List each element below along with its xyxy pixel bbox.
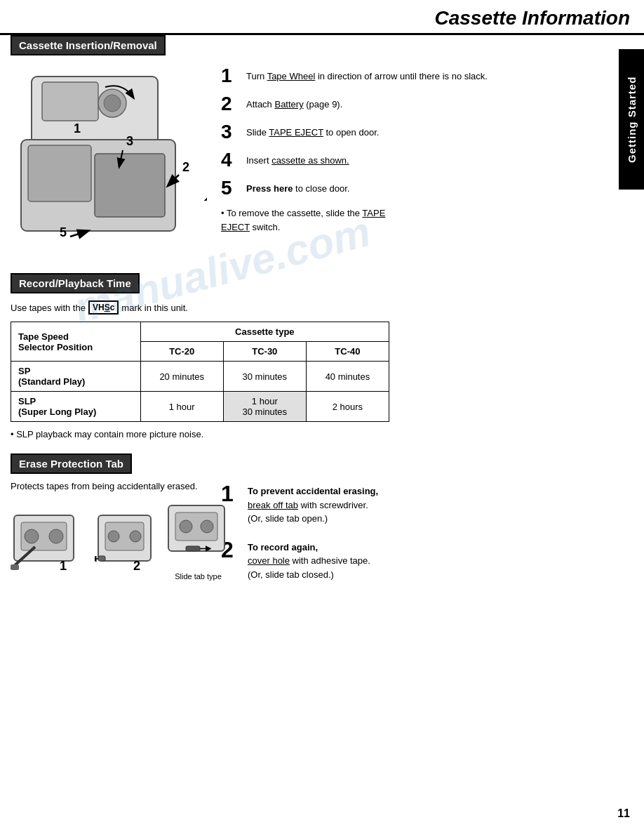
erase-description: Protects tapes from being accidentally e… xyxy=(11,481,207,491)
svg-point-26 xyxy=(130,531,141,542)
slp-row: SLP(Super Long Play) 1 hour 1 hour30 min… xyxy=(11,392,389,422)
erase-step-2: 2 To record again, cover hole with adhes… xyxy=(221,537,608,582)
slp-label: SLP(Super Long Play) xyxy=(11,392,141,422)
svg-text:2: 2 xyxy=(182,160,189,174)
record-playback-section: Record/Playback Time Use tapes with the … xyxy=(11,273,608,439)
svg-rect-27 xyxy=(98,556,105,561)
col-tc20: TC-20 xyxy=(140,342,223,362)
record-playback-header: Record/Playback Time xyxy=(11,273,140,293)
slp-tc30: 1 hour30 minutes xyxy=(223,392,306,422)
erase-img-3: Slide tab type xyxy=(165,498,232,581)
svg-text:1: 1 xyxy=(60,559,67,573)
col-tc40: TC-40 xyxy=(306,342,389,362)
svg-rect-6 xyxy=(28,145,91,201)
erase-protection-section: Erase Protection Tab Protects tapes from… xyxy=(11,454,608,590)
cassette-diagram-svg: 1 3 2 xyxy=(11,62,207,259)
erase-svg-3 xyxy=(165,498,232,569)
page-number: 11 xyxy=(617,807,630,820)
sp-label: SP(Standard Play) xyxy=(11,362,141,392)
sp-tc20: 20 minutes xyxy=(140,362,223,392)
erase-svg-1: 1 xyxy=(11,508,88,578)
sp-row: SP(Standard Play) 20 minutes 30 minutes … xyxy=(11,362,389,392)
erase-images: 1 2 xyxy=(11,498,207,581)
step-1: 1 Turn Tape Wheel in direction of arrow … xyxy=(221,66,608,86)
battery-underline: Battery xyxy=(274,99,303,110)
step-2: 2 Attach Battery (page 9). xyxy=(221,94,608,114)
side-tab: Getting Started xyxy=(619,49,644,190)
erase-content: Protects tapes from being accidentally e… xyxy=(11,481,608,590)
vhsc-intro: Use tapes with the VHSc mark in this uni… xyxy=(11,300,188,315)
svg-point-3 xyxy=(104,95,121,112)
remove-cassette-note: • To remove the cassette, slide the TAPE… xyxy=(221,206,608,234)
tape-eject-switch-underline: TAPEEJECT xyxy=(221,208,385,232)
erase-left: Protects tapes from being accidentally e… xyxy=(11,481,207,590)
svg-text:3: 3 xyxy=(126,134,133,148)
step-4-text: Insert cassette as shown. xyxy=(246,150,349,168)
erase-step-1: 1 To prevent accidental erasing, break o… xyxy=(221,481,608,526)
svg-point-18 xyxy=(25,529,39,543)
erase-img-2: 2 xyxy=(95,508,158,581)
step-3: 3 Slide TAPE EJECT to open door. xyxy=(221,122,608,142)
svg-point-31 xyxy=(180,520,192,533)
step-3-number: 3 xyxy=(221,122,241,142)
cassette-underline: cassette as shown. xyxy=(271,155,349,166)
step-1-number: 1 xyxy=(221,66,241,86)
svg-point-32 xyxy=(201,520,213,533)
step-2-text: Attach Battery (page 9). xyxy=(246,94,342,112)
step-5-text: Press here to close door. xyxy=(246,178,349,196)
cassette-steps: 1 Turn Tape Wheel in direction of arrow … xyxy=(221,62,608,259)
svg-rect-21 xyxy=(11,564,19,570)
tape-wheel-underline: Tape Wheel xyxy=(267,71,316,81)
erase-protection-header: Erase Protection Tab xyxy=(11,454,132,474)
vhsc-mark-text: mark in this unit. xyxy=(121,303,188,313)
erase-right: 1 To prevent accidental erasing, break o… xyxy=(221,481,608,590)
slide-tab-label: Slide tab type xyxy=(165,572,232,581)
erase-img-1: 1 xyxy=(11,508,88,581)
slp-tc20: 1 hour xyxy=(140,392,223,422)
step-2-number: 2 xyxy=(221,94,241,114)
svg-point-19 xyxy=(49,529,63,543)
sp-tc40: 40 minutes xyxy=(306,362,389,392)
svg-point-25 xyxy=(108,531,119,542)
erase-svg-2: 2 xyxy=(95,508,158,578)
svg-rect-33 xyxy=(186,546,200,551)
step-1-text: Turn Tape Wheel in direction of arrow un… xyxy=(246,66,488,84)
cassette-insertion-section: Cassette Insertion/Removal 1 xyxy=(11,35,608,259)
cassette-insertion-header: Cassette Insertion/Removal xyxy=(11,35,166,55)
svg-text:2: 2 xyxy=(133,559,140,573)
slp-note: • SLP playback may contain more picture … xyxy=(11,429,608,439)
svg-rect-7 xyxy=(95,154,165,217)
sp-tc30: 30 minutes xyxy=(223,362,306,392)
erase-step-1-text: To prevent accidental erasing, break off… xyxy=(248,481,378,526)
cassette-diagram-area: 1 3 2 xyxy=(11,62,207,259)
cassette-type-header: Cassette type xyxy=(140,322,389,342)
step-4-number: 4 xyxy=(221,150,241,170)
erase-step-2-text: To record again, cover hole with adhesiv… xyxy=(248,537,370,582)
col-tc30: TC-30 xyxy=(223,342,306,362)
step-3-text: Slide TAPE EJECT to open door. xyxy=(246,122,379,140)
step-4: 4 Insert cassette as shown. xyxy=(221,150,608,170)
step-5-number: 5 xyxy=(221,178,241,198)
vhsc-intro-text: Use tapes with the xyxy=(11,303,86,313)
record-playback-table: Tape Speed Selector Position Cassette ty… xyxy=(11,322,389,422)
vhsc-badge: VHSc xyxy=(88,300,119,315)
tape-speed-header: Tape Speed Selector Position xyxy=(11,322,141,362)
svg-text:1: 1 xyxy=(74,121,81,135)
step-5: 5 Press here to close door. xyxy=(221,178,608,198)
svg-text:5: 5 xyxy=(60,225,67,239)
slp-tc40: 2 hours xyxy=(306,392,389,422)
svg-rect-1 xyxy=(42,82,98,121)
cassette-insertion-content: 1 3 2 xyxy=(11,62,608,259)
page-title: Cassette Information xyxy=(0,0,644,35)
tape-eject-underline: TAPE EJECT xyxy=(269,127,323,138)
